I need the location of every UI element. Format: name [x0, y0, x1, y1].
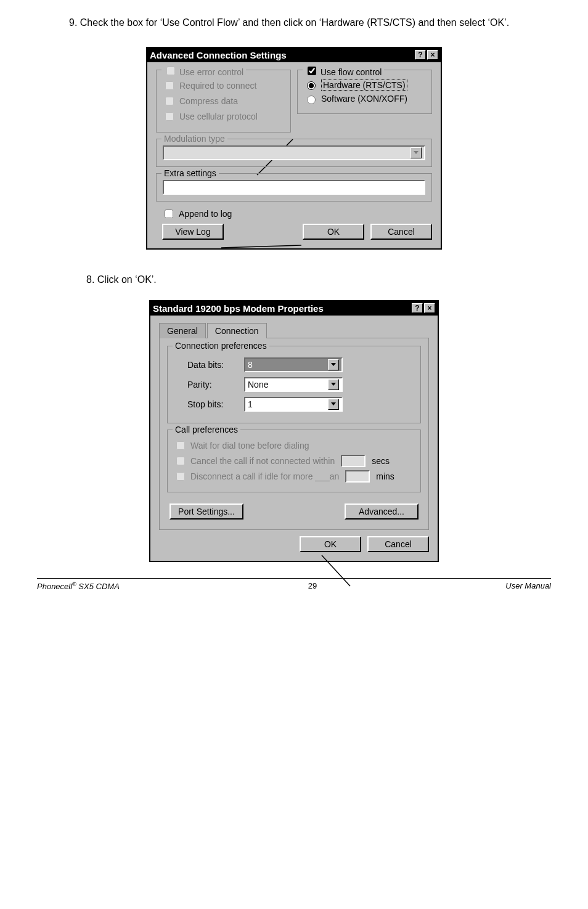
- disconnect-idle-label: Disconnect a call if idle for more ___an: [190, 471, 339, 481]
- chevron-down-icon[interactable]: [328, 359, 339, 370]
- modulation-type-select: [163, 145, 425, 160]
- footer-brand-name: Phonecell: [37, 582, 72, 591]
- footer-brand: Phonecell® SX5 CDMA: [37, 581, 120, 591]
- data-bits-select[interactable]: 8: [244, 357, 343, 372]
- stop-bits-select[interactable]: 1: [244, 397, 343, 412]
- append-to-log-checkbox[interactable]: [165, 210, 173, 218]
- footer-doc-title: User Manual: [505, 581, 551, 591]
- use-flow-control-checkbox-label: Use flow control: [303, 65, 384, 77]
- advanced-connection-settings-dialog: Advanced Connection Settings ? × Use err…: [146, 47, 442, 250]
- extra-settings-input[interactable]: [163, 180, 425, 195]
- tab-general[interactable]: General: [159, 323, 206, 338]
- help-button[interactable]: ?: [412, 303, 423, 313]
- modem-properties-dialog: Standard 19200 bps Modem Properties ? × …: [149, 300, 439, 562]
- data-bits-value: 8: [248, 360, 253, 370]
- software-label: Software (XON/XOFF): [321, 94, 407, 104]
- disconnect-idle-checkbox: [176, 472, 185, 481]
- chevron-down-icon[interactable]: [328, 379, 339, 390]
- use-error-control-checkbox-label: Use error control: [161, 65, 246, 77]
- disconnect-idle-unit: mins: [376, 471, 394, 481]
- dialog-title: Advanced Connection Settings: [150, 50, 287, 60]
- close-button[interactable]: ×: [427, 50, 438, 60]
- wait-dial-tone-checkbox: [176, 441, 185, 450]
- chevron-down-icon: [410, 147, 422, 158]
- use-flow-control-group: Use flow control Hardware (RTS/CTS) Soft…: [297, 70, 432, 114]
- footer-model: SX5 CDMA: [76, 582, 120, 591]
- compress-data-checkbox: [165, 97, 174, 105]
- parity-value: None: [248, 380, 268, 389]
- dialog-title: Standard 19200 bps Modem Properties: [153, 303, 324, 314]
- append-to-log-option[interactable]: Append to log: [162, 208, 432, 220]
- data-bits-label: Data bits:: [187, 360, 237, 370]
- required-to-connect-label: Required to connect: [179, 81, 256, 91]
- software-xon-xoff-option[interactable]: Software (XON/XOFF): [304, 94, 425, 104]
- extra-settings-legend: Extra settings: [161, 168, 219, 178]
- hardware-radio[interactable]: [307, 81, 316, 90]
- software-radio[interactable]: [307, 96, 316, 104]
- use-cellular-protocol-option: Use cellular protocol: [163, 110, 284, 123]
- ok-button[interactable]: OK: [303, 224, 364, 240]
- parity-select[interactable]: None: [244, 377, 343, 392]
- disconnect-idle-mins-input: [345, 470, 370, 483]
- cancel-button[interactable]: Cancel: [370, 224, 432, 240]
- modulation-type-legend: Modulation type: [161, 134, 227, 144]
- connection-preferences-legend: Connection preferences: [173, 341, 269, 351]
- use-cellular-protocol-label: Use cellular protocol: [179, 112, 258, 121]
- required-to-connect-checkbox: [165, 81, 174, 90]
- modulation-type-group: Modulation type: [156, 139, 432, 167]
- compress-data-label: Compress data: [179, 96, 238, 106]
- registered-icon: ®: [72, 581, 76, 587]
- hardware-label: Hardware (RTS/CTS): [321, 79, 407, 91]
- use-flow-control-text: Use flow control: [321, 67, 382, 77]
- compress-data-option: Compress data: [163, 95, 284, 107]
- use-error-control-text: Use error control: [179, 67, 243, 77]
- footer-page-number: 29: [120, 581, 505, 591]
- wait-dial-tone-option: Wait for dial tone before dialing: [174, 439, 414, 452]
- use-error-control-group: Use error control Required to connect Co…: [156, 70, 291, 132]
- call-preferences-legend: Call preferences: [173, 425, 240, 434]
- parity-label: Parity:: [187, 380, 237, 389]
- cancel-call-secs-input: [341, 455, 365, 467]
- titlebar: Standard 19200 bps Modem Properties ? ×: [150, 301, 438, 316]
- port-settings-button[interactable]: Port Settings...: [169, 503, 243, 520]
- use-flow-control-checkbox[interactable]: [308, 67, 316, 75]
- call-preferences-group: Call preferences Wait for dial tone befo…: [167, 430, 421, 492]
- append-to-log-label: Append to log: [179, 209, 232, 219]
- tabs: General Connection: [159, 323, 429, 338]
- stop-bits-label: Stop bits:: [187, 399, 237, 409]
- help-button[interactable]: ?: [415, 50, 426, 60]
- cancel-call-unit: secs: [372, 456, 390, 466]
- close-button[interactable]: ×: [424, 303, 435, 313]
- cancel-call-checkbox: [176, 457, 185, 465]
- instruction-step-9: 9. Check the box for ‘Use Control Flow’ …: [69, 16, 551, 30]
- page-footer: Phonecell® SX5 CDMA 29 User Manual: [37, 578, 551, 591]
- use-cellular-protocol-checkbox: [165, 112, 174, 121]
- tab-connection[interactable]: Connection: [207, 323, 267, 338]
- titlebar: Advanced Connection Settings ? ×: [147, 48, 441, 62]
- cancel-call-option: Cancel the call if not connected within …: [174, 455, 414, 467]
- ok-button[interactable]: OK: [300, 536, 361, 552]
- view-log-button[interactable]: View Log: [162, 224, 224, 240]
- disconnect-idle-option: Disconnect a call if idle for more ___an…: [174, 470, 414, 483]
- tab-panel-connection: Connection preferences Data bits: 8 Pari…: [159, 338, 429, 530]
- required-to-connect-option: Required to connect: [163, 79, 284, 92]
- chevron-down-icon[interactable]: [328, 399, 339, 410]
- use-error-control-checkbox: [166, 67, 175, 75]
- stop-bits-value: 1: [248, 399, 253, 409]
- cancel-button[interactable]: Cancel: [367, 536, 429, 552]
- cancel-call-label: Cancel the call if not connected within: [190, 456, 335, 466]
- wait-dial-tone-label: Wait for dial tone before dialing: [190, 441, 309, 450]
- advanced-button[interactable]: Advanced...: [345, 503, 419, 520]
- extra-settings-group: Extra settings: [156, 173, 432, 202]
- instruction-step-8: 8. Click on ‘OK’.: [86, 274, 551, 285]
- connection-preferences-group: Connection preferences Data bits: 8 Pari…: [167, 346, 421, 423]
- hardware-rts-cts-option[interactable]: Hardware (RTS/CTS): [304, 79, 425, 91]
